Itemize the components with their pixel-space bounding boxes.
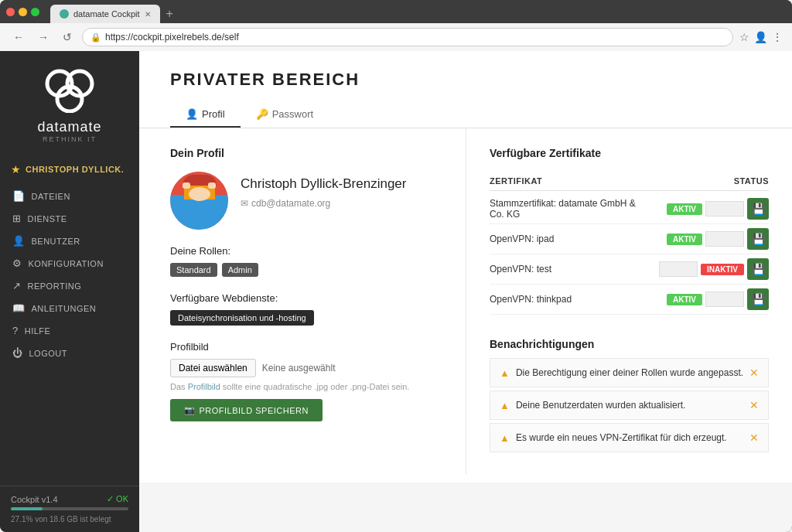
sidebar-nav: 📄 DATEIEN ⊞ DIENSTE 👤 BENUTZER ⚙ KONFIGU…	[0, 180, 139, 486]
minimize-button[interactable]	[19, 8, 27, 16]
notif-text-2: Es wurde ein neues VPN-Zertifikat für di…	[516, 432, 727, 443]
traffic-lights	[6, 8, 39, 16]
roles-section: Deine Rollen: Standard Admin	[170, 245, 435, 277]
sidebar-item-anleitungen-label: ANLEITUNGEN	[32, 304, 97, 313]
profil-tab-icon: 👤	[186, 108, 198, 120]
webservice-badge: Dateisynchronisation und -hosting	[170, 310, 314, 326]
notif-close-2[interactable]: ✕	[749, 431, 759, 444]
role-badges: Standard Admin	[170, 263, 435, 277]
sidebar-item-benutzer[interactable]: 👤 BENUTZER	[0, 230, 139, 252]
profilbild-link[interactable]: Profilbild	[188, 382, 220, 391]
cert-header-status: STATUS	[649, 176, 769, 186]
url-text: https://cockpit.pixelrebels.de/self	[105, 32, 239, 43]
notif-close-1[interactable]: ✕	[749, 399, 759, 411]
profile-section-title: Dein Profil	[170, 147, 435, 159]
webservices-section: Verfügbare Webdienste: Dateisynchronisat…	[170, 292, 435, 326]
address-bar: ← → ↺ 🔒 https://cockpit.pixelrebels.de/s…	[0, 23, 792, 51]
cert-status-badge-0: AKTIV	[667, 203, 702, 215]
logout-icon: ⏻	[12, 347, 23, 359]
certificates-title: Verfügbare Zertifikate	[490, 147, 769, 159]
sidebar-item-anleitungen[interactable]: 📖 ANLEITUNGEN	[0, 297, 139, 319]
hilfe-icon: ?	[12, 325, 19, 336]
notification-0: ▲ Die Berechtigung einer deiner Rollen w…	[490, 358, 769, 387]
cert-status-box-1	[705, 231, 744, 247]
file-hint: Das Profilbild sollte eine quadratische …	[170, 382, 435, 391]
profile-name: Christoph Dyllick-Brenzinger	[241, 176, 406, 192]
notifications-title: Benachrichtigungen	[490, 338, 769, 350]
cert-download-button-3[interactable]: 💾	[747, 288, 769, 310]
cert-status-3: AKTIV 💾	[649, 288, 769, 310]
refresh-button[interactable]: ↺	[59, 29, 76, 45]
close-button[interactable]	[6, 8, 15, 16]
profile-card: Christoph Dyllick-Brenzinger ✉ cdb@datam…	[170, 172, 435, 230]
dateien-icon: 📄	[12, 190, 26, 202]
dienste-icon: ⊞	[12, 213, 22, 224]
role-badge-standard: Standard	[170, 263, 217, 277]
tab-passwort[interactable]: 🔑 Passwort	[241, 102, 329, 128]
sidebar-item-hilfe-label: HILFE	[25, 326, 51, 336]
notif-left-2: ▲ Es wurde ein neues VPN-Zertifikat für …	[500, 432, 727, 444]
notif-close-0[interactable]: ✕	[749, 367, 759, 379]
sidebar-item-hilfe[interactable]: ? HILFE	[0, 319, 139, 342]
cert-status-box-0	[705, 201, 744, 217]
browser-toolbar-icons: ☆ 👤 ⋮	[739, 31, 783, 43]
sidebar-item-dateien[interactable]: 📄 DATEIEN	[0, 185, 139, 207]
cert-name-3: OpenVPN: thinkpad	[490, 294, 649, 305]
sidebar-item-konfiguration[interactable]: ⚙ KONFIGURATION	[0, 252, 139, 275]
notif-left-0: ▲ Die Berechtigung einer deiner Rollen w…	[500, 367, 743, 379]
user-badge-icon: ★	[11, 163, 21, 176]
url-input[interactable]: 🔒 https://cockpit.pixelrebels.de/self	[82, 28, 733, 46]
ok-badge: ✓ OK	[107, 494, 128, 504]
cockpit-version: Cockpit v1.4	[11, 495, 58, 504]
cert-status-0: AKTIV 💾	[649, 198, 769, 220]
storage-bar	[11, 507, 128, 510]
tab-profil[interactable]: 👤 Profil	[170, 102, 241, 128]
cert-header-name: ZERTIFIKAT	[490, 176, 649, 186]
logo-icon	[43, 66, 97, 113]
title-bar: datamate Cockpit ✕ +	[0, 0, 792, 23]
notif-left-1: ▲ Deine Benutzerdaten wurden aktualisier…	[500, 400, 685, 411]
email-icon: ✉	[241, 198, 248, 209]
profilbild-title: Profilbild	[170, 341, 435, 353]
menu-icon[interactable]: ⋮	[772, 31, 783, 43]
maximize-button[interactable]	[31, 8, 39, 16]
cert-status-badge-2: INAKTIV	[701, 264, 744, 275]
cert-row-2: OpenVPN: test INAKTIV 💾	[490, 254, 769, 285]
cert-name-1: OpenVPN: ipad	[490, 234, 649, 244]
sidebar-item-konfiguration-label: KONFIGURATION	[29, 259, 104, 268]
cert-status-2: INAKTIV 💾	[649, 258, 769, 280]
bookmark-icon[interactable]: ☆	[739, 31, 749, 43]
file-hint-before: Das	[170, 382, 188, 391]
cert-download-button-1[interactable]: 💾	[747, 228, 769, 250]
new-tab-button[interactable]: +	[160, 5, 179, 23]
left-column: Dein Profil	[139, 128, 466, 474]
notifications-section: Benachrichtigungen ▲ Die Berechtigung ei…	[490, 338, 769, 452]
sidebar-item-dienste[interactable]: ⊞ DIENSTE	[0, 207, 139, 230]
benutzer-icon: 👤	[12, 235, 26, 247]
cert-download-button-2[interactable]: 💾	[747, 258, 769, 280]
save-icon: 📷	[184, 405, 196, 415]
cert-status-1: AKTIV 💾	[649, 228, 769, 250]
choose-file-button[interactable]: Datei auswählen	[170, 359, 256, 377]
save-profilbild-button[interactable]: 📷 PROFILBILD SPEICHERN	[170, 399, 323, 421]
passwort-tab-icon: 🔑	[256, 108, 268, 120]
webservices-title: Verfügbare Webdienste:	[170, 292, 435, 304]
file-hint-after: sollte eine quadratische .jpg oder .png-…	[220, 382, 410, 391]
sidebar-item-logout[interactable]: ⏻ LOGOUT	[0, 342, 139, 364]
cert-row-0: Stammzertifikat: datamate GmbH & Co. KG …	[490, 194, 769, 224]
main-content: PRIVATER BEREICH 👤 Profil 🔑 Passwort	[139, 51, 792, 532]
cert-name-0: Stammzertifikat: datamate GmbH & Co. KG	[490, 198, 649, 220]
notification-1: ▲ Deine Benutzerdaten wurden aktualisier…	[490, 390, 769, 420]
sidebar-item-reporting[interactable]: ↗ REPORTING	[0, 275, 139, 297]
tab-close-icon[interactable]: ✕	[145, 10, 151, 19]
certificates-table: ZERTIFIKAT STATUS Stammzertifikat: datam…	[490, 172, 769, 315]
sidebar-item-logout-label: LOGOUT	[29, 349, 67, 358]
account-icon[interactable]: 👤	[754, 31, 767, 43]
storage-fill	[11, 507, 43, 510]
browser-tab[interactable]: datamate Cockpit ✕	[50, 5, 160, 23]
profilbild-section: Profilbild Datei auswählen Keine ausgewä…	[170, 341, 435, 421]
forward-button[interactable]: →	[34, 29, 53, 45]
roles-title: Deine Rollen:	[170, 245, 435, 257]
back-button[interactable]: ←	[9, 29, 28, 45]
cert-download-button-0[interactable]: 💾	[747, 198, 769, 220]
